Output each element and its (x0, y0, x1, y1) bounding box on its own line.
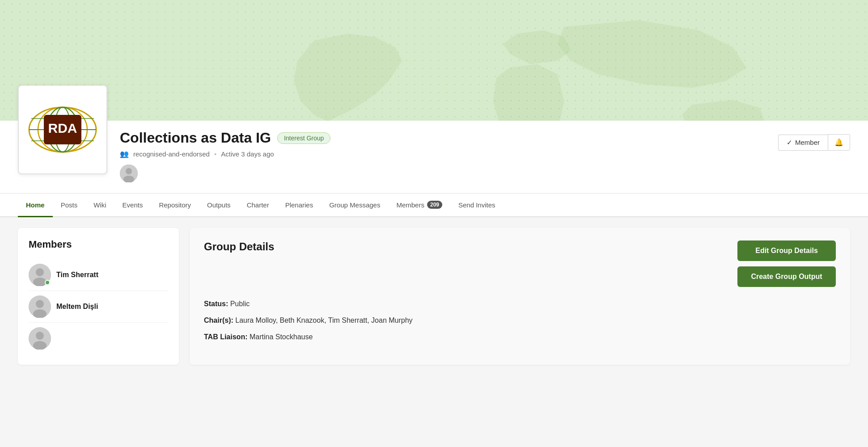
tab-outputs[interactable]: Outputs (199, 194, 239, 217)
group-logo-card: RDA (18, 85, 107, 174)
checkmark-icon: ✓ (787, 139, 792, 147)
tab-plenaries[interactable]: Plenaries (277, 194, 322, 217)
member-avatar-1 (120, 164, 138, 182)
tab-home[interactable]: Home (18, 194, 53, 217)
group-info: Collections as Data IG Interest Group 👥 … (120, 121, 766, 182)
svg-point-16 (36, 300, 44, 308)
interest-group-badge: Interest Group (277, 132, 331, 144)
list-item[interactable]: Meltem Dişli (29, 291, 168, 323)
nav-tabs: Home Posts Wiki Events Repository Output… (0, 194, 868, 217)
group-details-body: Status: Public Chair(s): Laura Molloy, B… (204, 298, 836, 343)
tab-repository[interactable]: Repository (151, 194, 199, 217)
rda-logo: RDA (27, 105, 98, 154)
tab-plenaries-label: Plenaries (285, 201, 313, 209)
members-count-badge: 209 (427, 201, 442, 209)
tab-members-label: Members (396, 201, 424, 209)
avatar (29, 295, 51, 318)
tab-group-messages-label: Group Messages (329, 201, 380, 209)
profile-actions: ✓ Member 🔔 (778, 134, 850, 151)
tab-charter-label: Charter (247, 201, 269, 209)
tab-posts-label: Posts (61, 201, 78, 209)
member-name: Tim Sherratt (56, 271, 98, 279)
profile-section: RDA Collections as Data IG Interest Grou… (0, 121, 868, 194)
endorsed-label: recognised-and-endorsed (133, 150, 210, 158)
list-item[interactable] (29, 323, 168, 354)
tab-send-invites[interactable]: Send Invites (450, 194, 504, 217)
list-item[interactable]: Tim Sherratt (29, 259, 168, 291)
details-actions: Edit Group Details Create Group Output (737, 240, 836, 287)
hero-banner (0, 0, 868, 121)
group-title-row: Collections as Data IG Interest Group (120, 130, 766, 146)
tab-repository-label: Repository (159, 201, 191, 209)
member-btn-label: Member (795, 139, 820, 146)
status-row: Status: Public (204, 298, 836, 311)
hero-map-svg (260, 0, 868, 121)
status-value: Public (230, 300, 250, 308)
endorsed-icon: 👥 (120, 150, 129, 158)
svg-text:RDA: RDA (48, 121, 77, 135)
group-meta: 👥 recognised-and-endorsed • Active 3 day… (120, 150, 766, 158)
bell-button[interactable]: 🔔 (828, 134, 850, 151)
status-label: Status: (204, 300, 228, 308)
tab-posts[interactable]: Posts (53, 194, 86, 217)
tab-home-label: Home (26, 201, 45, 209)
tab-events[interactable]: Events (114, 194, 151, 217)
group-details-header: Group Details Edit Group Details Create … (204, 240, 836, 287)
chairs-value: Laura Molloy, Beth Knazook, Tim Sherratt… (235, 316, 412, 324)
group-name: Collections as Data IG (120, 130, 271, 146)
member-name: Meltem Dişli (56, 303, 98, 311)
group-details-title: Group Details (204, 240, 274, 253)
create-group-output-button[interactable]: Create Group Output (737, 266, 836, 287)
active-label: Active 3 days ago (221, 150, 274, 158)
svg-point-19 (36, 332, 44, 340)
svg-point-13 (36, 268, 44, 276)
main-content: Members Tim Sherratt Meltem Dişli (0, 217, 868, 375)
tab-group-messages[interactable]: Group Messages (321, 194, 388, 217)
members-card: Members Tim Sherratt Meltem Dişli (18, 228, 179, 365)
tab-members[interactable]: Members 209 (388, 194, 450, 217)
tab-liaison-value: Martina Stockhause (250, 333, 313, 341)
tab-outputs-label: Outputs (207, 201, 231, 209)
online-indicator (45, 280, 50, 285)
sidebar: Members Tim Sherratt Meltem Dişli (18, 228, 179, 365)
member-button[interactable]: ✓ Member (778, 135, 828, 151)
svg-point-10 (126, 168, 132, 174)
bell-icon: 🔔 (834, 139, 843, 146)
tab-liaison-label: TAB Liaison: (204, 333, 247, 341)
member-avatars (120, 164, 766, 182)
chairs-row: Chair(s): Laura Molloy, Beth Knazook, Ti… (204, 314, 836, 327)
tab-wiki-label: Wiki (93, 201, 106, 209)
edit-group-details-button[interactable]: Edit Group Details (737, 240, 836, 261)
group-details-section: Group Details Edit Group Details Create … (190, 228, 850, 365)
tab-liaison-row: TAB Liaison: Martina Stockhause (204, 331, 836, 344)
avatar (29, 264, 51, 286)
sidebar-members-title: Members (29, 239, 168, 250)
tab-events-label: Events (123, 201, 143, 209)
chairs-label: Chair(s): (204, 316, 233, 324)
tab-wiki[interactable]: Wiki (85, 194, 114, 217)
avatar (29, 327, 51, 350)
tab-send-invites-label: Send Invites (458, 201, 495, 209)
tab-charter[interactable]: Charter (239, 194, 277, 217)
separator: • (214, 150, 216, 158)
